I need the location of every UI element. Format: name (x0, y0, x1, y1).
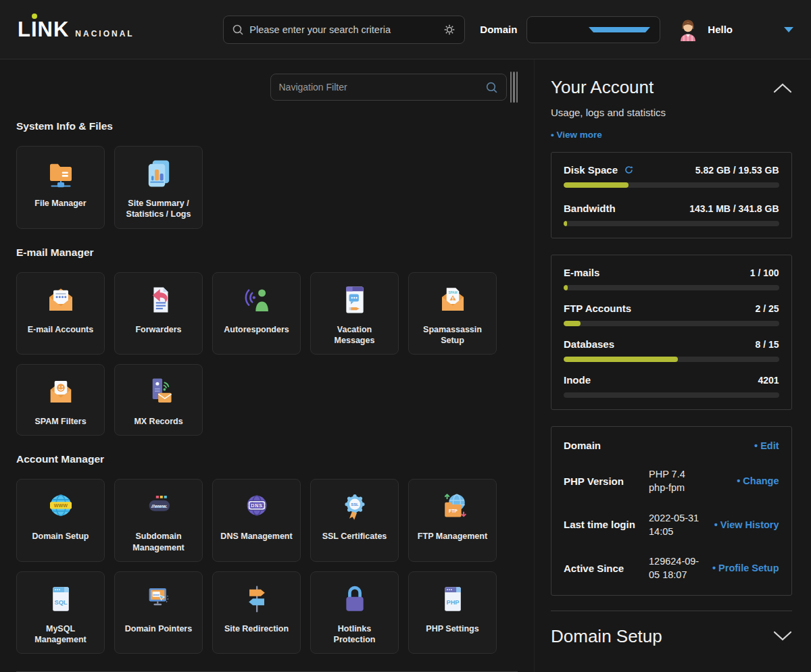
chevron-up-icon[interactable] (773, 82, 792, 93)
tile-site-summary[interactable]: Site Summary / Statistics / Logs (114, 146, 203, 229)
top-header: LINK NACIONAL Domain (0, 0, 811, 59)
stat-label: E-mails (564, 267, 599, 278)
tile-domain-pointers[interactable]: www Domain Pointers (114, 571, 203, 654)
search-input[interactable] (249, 24, 437, 35)
progress-bar (564, 357, 779, 362)
filter-search-icon (485, 81, 498, 94)
progress-fill (564, 357, 678, 362)
svg-text:SSL: SSL (351, 502, 359, 507)
svg-text:PHP: PHP (446, 598, 459, 605)
tile-label: MySQL Management (22, 623, 99, 646)
user-menu[interactable]: Hello (678, 18, 733, 41)
domain-select[interactable] (526, 16, 660, 43)
panel-subtitle: Usage, logs and statistics (551, 107, 792, 118)
stat-value: 2 / 25 (756, 303, 779, 314)
tile-label: FTP Management (418, 531, 487, 542)
tile-label: Domain Pointers (125, 623, 192, 634)
info-value: PHP 7.4 php-fpm (649, 467, 707, 495)
brand-logo[interactable]: LINK NACIONAL (18, 18, 134, 42)
domain-setup-icon: WWW (43, 488, 79, 525)
tile-vacation-messages[interactable]: Vacation Messages (310, 272, 399, 355)
tile-mx-records[interactable]: MX Records (114, 364, 203, 436)
svg-text:FTP: FTP (449, 509, 458, 514)
email-accounts-icon (43, 282, 79, 318)
tile-label: Subdomain Management (120, 531, 197, 553)
stat-label: FTP Accounts (564, 303, 631, 314)
domain-setup-header[interactable]: Domain Setup (551, 626, 792, 647)
section-title-system: System Info & Files (16, 120, 518, 132)
spam-filters-icon (43, 373, 79, 410)
tile-label: Site Redirection (224, 623, 289, 634)
hotlinks-protection-icon (337, 581, 373, 617)
usage-stat-row: FTP Accounts 2 / 25 (564, 303, 779, 326)
account-panel: Your Account Usage, logs and statistics … (534, 59, 811, 672)
tile-file-manager[interactable]: File Manager (16, 146, 105, 229)
svg-text://www.: //www. (150, 503, 167, 509)
tile-autoresponders[interactable]: Autoresponders (212, 272, 301, 355)
usage-stat-row: Inode 4201 (564, 374, 779, 398)
stat-value: 143.1 MB / 341.8 GB (689, 203, 779, 214)
subdomain-icon: //www. (141, 488, 177, 525)
collapsed-section-title: Domain Setup (551, 626, 662, 647)
domain-label: Domain (480, 24, 517, 35)
tile-label: File Manager (34, 198, 86, 209)
usage-stat-row: Disk Space 5.82 GB / 19.53 GB (564, 164, 779, 188)
tile-label: E-mail Accounts (28, 324, 93, 335)
tile-php-settings[interactable]: PHP PHP Settings (408, 571, 497, 654)
tile-spamassassin-setup[interactable]: SPAM Spamassassin Setup (408, 272, 497, 355)
progress-bar (564, 182, 779, 188)
gear-icon[interactable] (443, 23, 456, 36)
navigation-filter-input[interactable] (279, 82, 485, 93)
navigation-filter[interactable] (270, 74, 507, 101)
info-link[interactable]: • Profile Setup (712, 563, 779, 573)
svg-text:SQL: SQL (54, 598, 67, 605)
domain-pointers-icon: www (141, 581, 177, 617)
dns-icon: DNS (239, 488, 275, 525)
tile-mysql-management[interactable]: SQL MySQL Management (16, 571, 105, 654)
info-link[interactable]: • Edit (754, 440, 779, 451)
greeting-label: Hello (708, 24, 733, 35)
tile-label: Site Summary / Statistics / Logs (120, 198, 197, 220)
tile-ssl-certificates[interactable]: SSL SSL Certificates (310, 479, 399, 562)
chevron-down-icon[interactable] (773, 631, 792, 642)
info-label: Active Since (564, 563, 643, 574)
search-icon (232, 24, 244, 36)
menu-content: System Info & Files File Manager (0, 59, 534, 672)
info-link[interactable]: • Change (737, 475, 779, 486)
usage-stat-row: Databases 8 / 15 (564, 338, 779, 362)
tile-spam-filters[interactable]: SPAM Filters (16, 364, 105, 436)
tile-subdomain-management[interactable]: //www. Subdomain Management (114, 479, 203, 562)
refresh-icon[interactable] (624, 165, 634, 175)
stat-value: 8 / 15 (756, 339, 779, 350)
tile-site-redirection[interactable]: Site Redirection (212, 571, 301, 654)
info-value: 2022-05-31 14:05 (649, 511, 707, 539)
usage-stat-row: Bandwidth 143.1 MB / 341.8 GB (564, 203, 779, 226)
svg-text:DNS: DNS (251, 504, 263, 509)
info-label: Domain (564, 440, 643, 451)
panel-title: Your Account (551, 77, 654, 98)
tile-hotlinks-protection[interactable]: Hotlinks Protection (310, 571, 399, 654)
tile-label: MX Records (134, 416, 182, 427)
view-more-link[interactable]: • View more (551, 130, 602, 140)
details-card: Domain • Edit PHP Version PHP 7.4 php-fp… (551, 426, 792, 596)
progress-bar (564, 221, 779, 226)
user-menu-chevron-icon[interactable] (784, 27, 793, 32)
tile-dns-management[interactable]: DNS DNS Management (212, 479, 301, 562)
info-row: PHP Version PHP 7.4 php-fpm • Change (564, 467, 779, 495)
info-link[interactable]: • View History (714, 519, 779, 530)
php-settings-icon: PHP (435, 581, 471, 617)
spamassassin-icon: SPAM (435, 282, 471, 318)
stat-value: 5.82 GB / 19.53 GB (695, 165, 779, 176)
nav-scrollbar[interactable] (510, 72, 518, 103)
tile-domain-setup[interactable]: WWW Domain Setup (16, 479, 105, 562)
system-tiles: File Manager Site Summary / Statistics /… (16, 146, 518, 229)
tile-ftp-management[interactable]: FTP FTP Management (408, 479, 497, 562)
tile-forwarders[interactable]: Forwarders (114, 272, 203, 355)
svg-text:www: www (152, 592, 160, 596)
progress-fill (564, 221, 567, 226)
stat-value: 1 / 100 (750, 267, 779, 278)
stat-label: Databases (564, 338, 614, 350)
global-search[interactable] (223, 16, 465, 44)
your-account-header[interactable]: Your Account (551, 77, 792, 98)
tile-email-accounts[interactable]: E-mail Accounts (16, 272, 105, 355)
